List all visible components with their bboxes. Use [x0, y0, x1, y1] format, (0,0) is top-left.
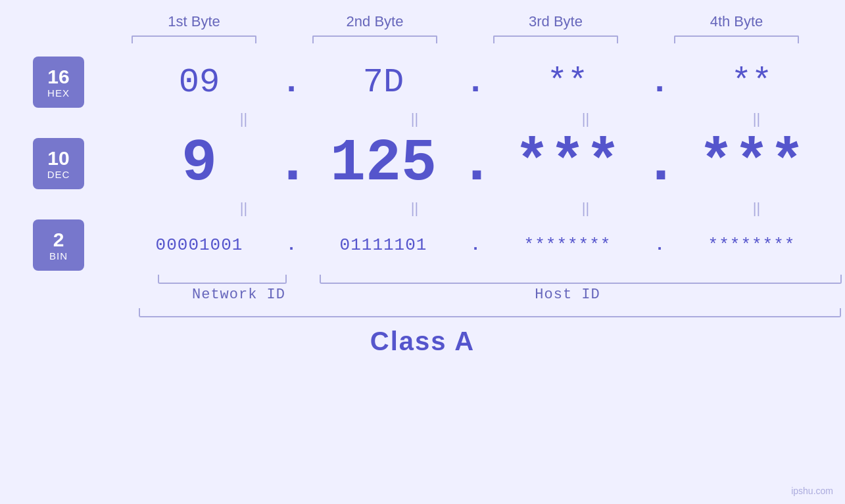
hex-dot2: .: [459, 63, 492, 102]
dec-byte3: ***: [492, 130, 643, 197]
bin-byte4: ********: [676, 235, 827, 255]
bin-dot1: .: [275, 235, 308, 255]
eq3: ||: [510, 110, 662, 127]
eq4: ||: [681, 110, 833, 127]
bracket-gap1: [287, 275, 320, 284]
dec-dot2: .: [459, 130, 492, 197]
hex-byte4: **: [676, 63, 827, 102]
equals-row-1: || || || ||: [158, 108, 842, 130]
hex-base-label: HEX: [47, 87, 70, 99]
dec-byte1: 9: [124, 130, 275, 197]
bottom-bracket-container: [139, 308, 841, 317]
hex-values: 09 . 7D . ** . **: [124, 63, 845, 102]
section-brackets: [158, 275, 842, 284]
watermark: ipshu.com: [791, 486, 833, 496]
class-row: Class A: [0, 327, 845, 356]
eq2: ||: [339, 110, 491, 127]
hex-byte1: 09: [124, 63, 275, 102]
dec-byte4: ***: [676, 130, 827, 197]
bin-byte2: 01111101: [308, 235, 459, 255]
network-bracket: [158, 275, 287, 284]
section-labels: Network ID Host ID: [158, 286, 842, 303]
bin-values: 00001001 . 01111101 . ******** . *******…: [124, 235, 845, 255]
bin-dot2: .: [459, 235, 492, 255]
bin-badge: 2 BIN: [33, 219, 84, 271]
bracket-4: [674, 35, 799, 43]
bin-base-label: BIN: [49, 250, 68, 262]
dec-base-number: 10: [47, 147, 69, 169]
host-id-label: Host ID: [320, 286, 815, 303]
dec-base-label: DEC: [47, 169, 70, 180]
dec-row: 10 DEC 9 . 125 . *** . ***: [0, 130, 845, 197]
byte3-header: 3rd Byte: [483, 13, 628, 30]
bracket-3: [493, 35, 618, 43]
byte-headers: 1st Byte 2nd Byte 3rd Byte 4th Byte: [104, 13, 827, 30]
dec-values: 9 . 125 . *** . ***: [124, 130, 845, 197]
byte4-header: 4th Byte: [664, 13, 809, 30]
eq5: ||: [168, 200, 320, 217]
dec-dot1: .: [275, 130, 308, 197]
eq6: ||: [339, 200, 491, 217]
hex-byte3: **: [492, 63, 643, 102]
bottom-bracket: [139, 308, 841, 317]
class-label: Class A: [370, 327, 475, 355]
bin-dot3: .: [643, 235, 676, 255]
byte1-header: 1st Byte: [122, 13, 266, 30]
network-id-label: Network ID: [158, 286, 320, 303]
host-bracket: [320, 275, 842, 284]
bin-byte3: ********: [492, 235, 643, 255]
bin-byte1: 00001001: [124, 235, 275, 255]
hex-byte2: 7D: [308, 63, 459, 102]
hex-dot1: .: [275, 63, 308, 102]
hex-row: 16 HEX 09 . 7D . ** . **: [0, 57, 845, 108]
eq1: ||: [168, 110, 320, 127]
hex-dot3: .: [643, 63, 676, 102]
dec-badge: 10 DEC: [33, 138, 84, 189]
bin-base-number: 2: [53, 229, 64, 250]
byte2-header: 2nd Byte: [302, 13, 447, 30]
eq8: ||: [681, 200, 833, 217]
dec-byte2: 125: [308, 130, 459, 197]
bracket-1: [132, 35, 256, 43]
bracket-2: [312, 35, 437, 43]
hex-base-number: 16: [47, 66, 69, 87]
bin-row: 2 BIN 00001001 . 01111101 . ******** . *…: [0, 219, 845, 271]
dec-dot3: .: [643, 130, 676, 197]
eq7: ||: [510, 200, 662, 217]
main-container: 1st Byte 2nd Byte 3rd Byte 4th Byte 16 H…: [0, 0, 845, 504]
top-brackets: [104, 35, 827, 43]
hex-badge: 16 HEX: [33, 57, 84, 108]
equals-row-2: || || || ||: [158, 197, 842, 219]
